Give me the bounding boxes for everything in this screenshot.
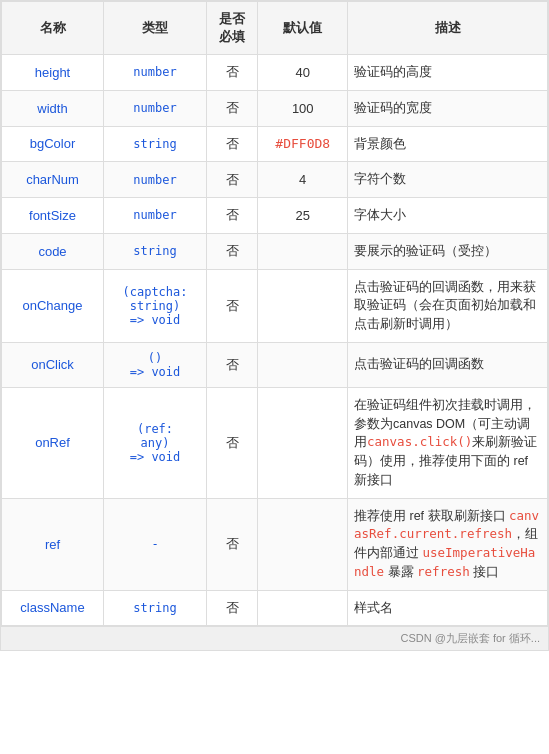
cell-required: 否 [207, 90, 258, 126]
cell-required: 否 [207, 590, 258, 626]
header-desc: 描述 [348, 2, 548, 55]
cell-name: onRef [2, 387, 104, 498]
header-name: 名称 [2, 2, 104, 55]
cell-name: bgColor [2, 126, 104, 162]
cell-name: width [2, 90, 104, 126]
header-required-text: 是否必填 [219, 11, 245, 44]
cell-required: 否 [207, 387, 258, 498]
cell-type: (ref:any)=> void [104, 387, 207, 498]
cell-default: 40 [258, 55, 348, 91]
cell-desc: 要展示的验证码（受控） [348, 233, 548, 269]
table-row: onChange(captcha:string)=> void否点击验证码的回调… [2, 269, 548, 342]
cell-type: string [104, 233, 207, 269]
table-row: classNamestring否样式名 [2, 590, 548, 626]
cell-desc: 验证码的高度 [348, 55, 548, 91]
cell-default: #DFF0D8 [258, 126, 348, 162]
table-row: heightnumber否40验证码的高度 [2, 55, 548, 91]
cell-required: 否 [207, 55, 258, 91]
cell-desc: 字体大小 [348, 198, 548, 234]
cell-required: 否 [207, 233, 258, 269]
cell-name: onClick [2, 342, 104, 387]
cell-default: 100 [258, 90, 348, 126]
header-default: 默认值 [258, 2, 348, 55]
cell-type: number [104, 162, 207, 198]
cell-name: fontSize [2, 198, 104, 234]
cell-type: (captcha:string)=> void [104, 269, 207, 342]
table-row: widthnumber否100验证码的宽度 [2, 90, 548, 126]
cell-name: height [2, 55, 104, 91]
cell-desc: 推荐使用 ref 获取刷新接口 canvasRef.current.refres… [348, 498, 548, 590]
cell-name: ref [2, 498, 104, 590]
cell-default [258, 233, 348, 269]
cell-type: number [104, 90, 207, 126]
footer-bar: CSDN @九层嵌套 for 循环... [1, 626, 548, 650]
cell-required: 否 [207, 498, 258, 590]
api-table: 名称 类型 是否必填 默认值 描述 heightnumber否40验证码的高度w… [0, 0, 549, 651]
cell-default [258, 590, 348, 626]
table-row: fontSizenumber否25字体大小 [2, 198, 548, 234]
cell-required: 否 [207, 162, 258, 198]
cell-desc: 在验证码组件初次挂载时调用，参数为canvas DOM（可主动调用canvas.… [348, 387, 548, 498]
cell-type: - [104, 498, 207, 590]
cell-type: ()=> void [104, 342, 207, 387]
table-row: codestring否要展示的验证码（受控） [2, 233, 548, 269]
cell-desc: 点击验证码的回调函数 [348, 342, 548, 387]
cell-type: string [104, 590, 207, 626]
cell-type: string [104, 126, 207, 162]
header-type: 类型 [104, 2, 207, 55]
table-row: charNumnumber否4字符个数 [2, 162, 548, 198]
cell-default [258, 498, 348, 590]
cell-required: 否 [207, 126, 258, 162]
cell-default [258, 269, 348, 342]
table-row: onClick()=> void否点击验证码的回调函数 [2, 342, 548, 387]
cell-required: 否 [207, 198, 258, 234]
table-header-row: 名称 类型 是否必填 默认值 描述 [2, 2, 548, 55]
header-required: 是否必填 [207, 2, 258, 55]
cell-name: className [2, 590, 104, 626]
cell-name: charNum [2, 162, 104, 198]
table-row: onRef(ref:any)=> void否在验证码组件初次挂载时调用，参数为c… [2, 387, 548, 498]
cell-type: number [104, 198, 207, 234]
cell-desc: 样式名 [348, 590, 548, 626]
cell-required: 否 [207, 269, 258, 342]
cell-name: code [2, 233, 104, 269]
cell-type: number [104, 55, 207, 91]
cell-desc: 背景颜色 [348, 126, 548, 162]
cell-required: 否 [207, 342, 258, 387]
table-row: ref-否推荐使用 ref 获取刷新接口 canvasRef.current.r… [2, 498, 548, 590]
cell-default: 25 [258, 198, 348, 234]
cell-name: onChange [2, 269, 104, 342]
table-row: bgColorstring否#DFF0D8背景颜色 [2, 126, 548, 162]
cell-desc: 验证码的宽度 [348, 90, 548, 126]
cell-desc: 字符个数 [348, 162, 548, 198]
cell-default: 4 [258, 162, 348, 198]
footer-text: CSDN @九层嵌套 for 循环... [400, 632, 540, 644]
cell-default [258, 342, 348, 387]
cell-default [258, 387, 348, 498]
cell-desc: 点击验证码的回调函数，用来获取验证码（会在页面初始加载和点击刷新时调用） [348, 269, 548, 342]
